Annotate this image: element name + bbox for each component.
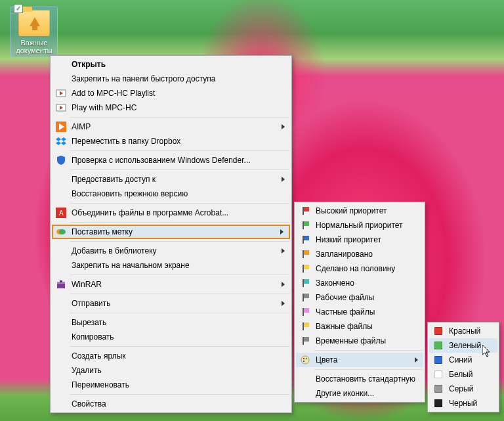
menu-pin-start[interactable]: Закрепить на начальном экране [52,258,290,273]
menu-open[interactable]: Открыть [52,57,290,72]
separator [70,117,289,118]
separator [70,241,289,242]
menu-aimp[interactable]: AIMP [52,120,290,134]
dropbox-icon [54,136,68,146]
menu-pin-quick-access[interactable]: Закрепить на панели быстрого доступа [52,72,290,86]
menu-open-label: Открыть [72,60,106,69]
label: Закрепить на панели быстрого доступа [72,74,216,83]
submenu-arrow-icon [282,248,285,254]
folder-icon: ✓ [18,10,50,36]
context-menu-tags: Высокий приоритет Нормальный приоритет Н… [294,202,425,403]
flag-gray-icon [299,336,312,346]
svg-rect-14 [57,283,65,288]
separator [70,275,289,275]
flag-yellow-icon [299,321,312,332]
svg-marker-8 [56,141,61,145]
color-red[interactable]: Красный [429,324,497,338]
svg-rect-16 [60,280,62,282]
label: Поставить метку [72,227,133,236]
tag-planned[interactable]: Запланировано [296,247,423,261]
submenu-arrow-icon [280,229,284,234]
label: Белый [449,370,472,379]
color-green[interactable]: Зеленый [429,338,497,353]
label: Красный [449,326,480,336]
up-arrow-icon [30,17,40,26]
menu-add-library[interactable]: Добавить в библиотеку [52,244,290,258]
label: Синий [449,355,472,365]
menu-acrobat[interactable]: AОбъединить файлы в программе Acrobat... [52,206,290,220]
context-menu-colors: Красный Зеленый Синий Белый Серый Черный [427,322,499,412]
label: Цвета [316,355,337,365]
menu-add-mpc[interactable]: Add to MPC-HC Playlist [52,86,290,100]
menu-cut[interactable]: Вырезать [52,315,290,330]
svg-point-20 [303,361,304,362]
label: Высокий приоритет [316,206,387,215]
label: Add to MPC-HC Playlist [72,89,155,98]
svg-point-19 [306,358,307,359]
square-gray-icon [432,384,445,394]
separator [70,346,289,347]
tag-other-icons[interactable]: Другие иконки... [296,386,423,401]
flag-pink-icon [299,307,312,317]
label: Важные файлы [316,322,373,331]
label: Восстановить прежнюю версию [72,189,188,198]
menu-dropbox[interactable]: Переместить в папку Dropbox [52,134,290,148]
menu-defender[interactable]: Проверка с использованием Windows Defend… [52,153,290,167]
separator [314,369,423,370]
label: Зеленый [449,341,481,350]
label: AIMP [72,122,91,131]
label: Восстановить стандартную [316,374,415,384]
label: Копировать [72,332,114,342]
tag-done[interactable]: Закончено [296,276,423,290]
square-red-icon [432,326,445,336]
tag-normal-priority[interactable]: Нормальный приоритет [296,218,423,233]
menu-create-shortcut[interactable]: Создать ярлык [52,349,290,363]
tag-important-files[interactable]: Важные файлы [296,319,423,334]
acrobat-icon: A [54,208,68,218]
tag-temp-files[interactable]: Временные файлы [296,334,423,348]
menu-send-to[interactable]: Отправить [52,296,290,311]
menu-play-mpc[interactable]: Play with MPC-HC [52,100,290,115]
separator [70,394,289,395]
label: Вырезать [72,318,106,327]
label: Отправить [72,299,111,308]
separator [70,222,289,223]
menu-properties[interactable]: Свойства [52,397,290,411]
svg-marker-9 [61,141,66,145]
label: Нормальный приоритет [316,221,403,230]
submenu-arrow-icon [282,177,285,182]
menu-copy[interactable]: Копировать [52,330,290,344]
color-gray[interactable]: Серый [429,382,497,396]
desktop-folder-icon[interactable]: ✓ Важные документы [10,7,58,58]
label: Переместить в папку Dropbox [72,137,180,146]
mpc-icon [54,102,68,113]
square-white-icon [432,369,445,380]
tag-low-priority[interactable]: Низкий приоритет [296,233,423,247]
square-green-icon [432,340,445,351]
label: Частные файлы [316,307,375,317]
label: Низкий приоритет [316,235,381,244]
label: Серый [449,384,473,393]
desktop-icon-label: Важные документы [11,39,57,55]
tag-private-files[interactable]: Частные файлы [296,305,423,319]
color-black[interactable]: Черный [429,396,497,410]
menu-winrar[interactable]: WinRAR [52,277,290,292]
label: Закрепить на начальном экране [72,261,190,270]
submenu-arrow-icon [282,282,285,287]
tag-work-files[interactable]: Рабочие файлы [296,290,423,305]
checkmark-icon: ✓ [14,4,23,13]
menu-grant-access[interactable]: Предоставить доступ к [52,172,290,187]
menu-restore-previous[interactable]: Восстановить прежнюю версию [52,187,290,201]
svg-point-13 [59,229,66,234]
menu-delete[interactable]: Удалить [52,363,290,378]
tag-half-done[interactable]: Сделано на половину [296,261,423,276]
color-blue[interactable]: Синий [429,353,497,367]
label: Черный [449,399,477,408]
separator [314,350,423,351]
menu-rename[interactable]: Переименовать [52,378,290,392]
color-white[interactable]: Белый [429,367,497,382]
tag-colors[interactable]: Цвета [296,353,423,367]
tag-restore-default[interactable]: Восстановить стандартную [296,372,423,386]
menu-set-tag[interactable]: Поставить метку [52,225,290,239]
tag-high-priority[interactable]: Высокий приоритет [296,204,423,218]
